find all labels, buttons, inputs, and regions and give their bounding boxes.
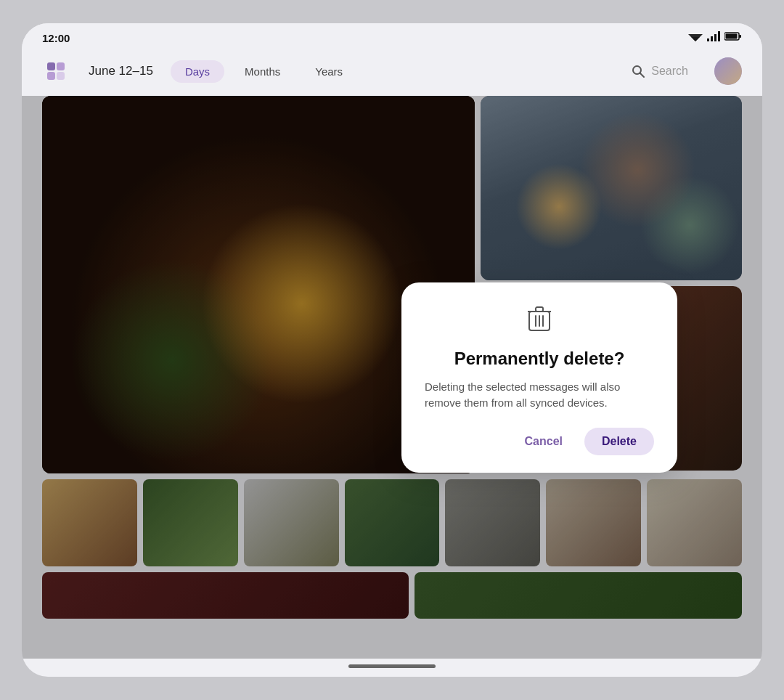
dialog-title: Permanently delete? <box>454 349 625 369</box>
delete-dialog: Permanently delete? Deleting the selecte… <box>401 282 677 473</box>
trash-icon <box>528 306 551 337</box>
main-content: Permanently delete? Deleting the selecte… <box>22 96 762 659</box>
tab-years[interactable]: Years <box>301 60 357 83</box>
home-indicator <box>22 659 762 677</box>
cancel-button[interactable]: Cancel <box>512 428 576 455</box>
tab-days[interactable]: Days <box>171 60 224 83</box>
dialog-actions: Cancel Delete <box>425 428 654 455</box>
top-nav: June 12–15 Days Months Years Search <box>22 49 762 96</box>
svg-marker-2 <box>693 39 698 41</box>
svg-rect-6 <box>718 31 720 41</box>
home-bar <box>348 664 436 668</box>
svg-rect-3 <box>707 38 709 41</box>
svg-rect-18 <box>536 307 543 312</box>
avatar[interactable] <box>714 57 742 85</box>
svg-line-15 <box>640 73 645 78</box>
tab-months[interactable]: Months <box>230 60 295 83</box>
date-range-label: June 12–15 <box>89 64 153 78</box>
status-time: 12:00 <box>42 32 70 44</box>
status-icons <box>688 31 742 44</box>
search-icon[interactable] <box>631 64 645 78</box>
svg-rect-8 <box>739 35 741 38</box>
avatar-image <box>714 57 742 85</box>
svg-rect-11 <box>57 62 65 70</box>
svg-rect-4 <box>711 36 713 41</box>
dialog-overlay: Permanently delete? Deleting the selecte… <box>22 96 762 659</box>
signal-icon <box>707 31 720 44</box>
dialog-message: Deleting the selected messages will also… <box>425 379 654 412</box>
wifi-icon <box>688 31 703 44</box>
svg-rect-5 <box>714 34 716 41</box>
svg-rect-9 <box>726 34 738 39</box>
battery-icon <box>724 31 742 44</box>
status-bar: 12:00 <box>22 23 762 49</box>
svg-rect-12 <box>47 72 55 80</box>
delete-button[interactable]: Delete <box>584 428 654 455</box>
tablet-device: 12:00 <box>22 23 762 677</box>
svg-rect-10 <box>47 62 55 70</box>
app-logo <box>42 57 70 85</box>
view-tabs: Days Months Years <box>171 60 357 83</box>
search-area: Search <box>631 64 688 78</box>
search-placeholder: Search <box>651 65 688 78</box>
svg-rect-13 <box>57 72 65 80</box>
